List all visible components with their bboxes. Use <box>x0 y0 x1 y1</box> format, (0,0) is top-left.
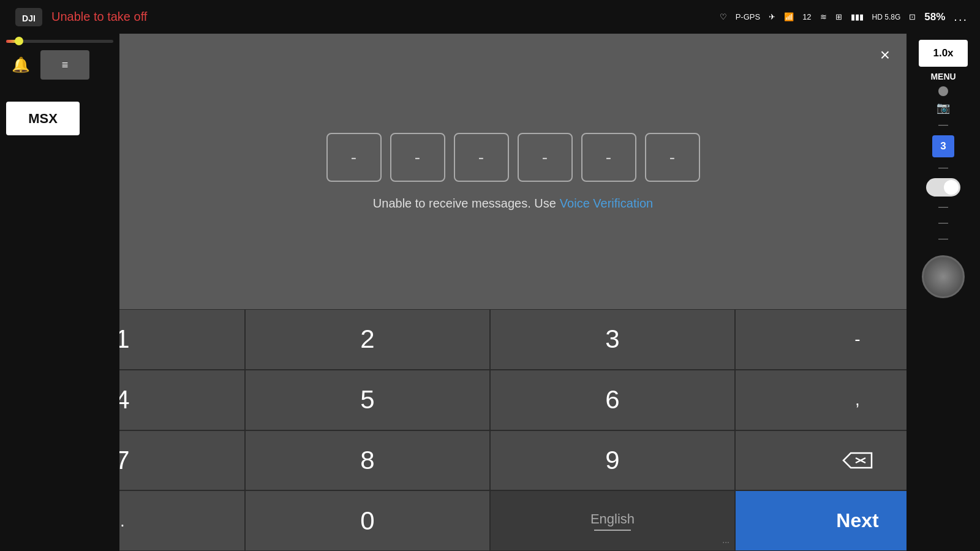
right-dash-5: — <box>938 233 948 244</box>
signal-count: 12 <box>802 12 811 21</box>
code-box-3[interactable]: - <box>454 133 509 182</box>
bars-icon: ▮▮▮ <box>851 12 864 21</box>
progress-bar-area <box>6 40 113 43</box>
key-8[interactable]: 8 <box>245 430 490 491</box>
wifi-icon: ≋ <box>820 12 827 21</box>
code-box-1[interactable]: - <box>326 133 382 182</box>
key-6[interactable]: 6 <box>490 370 735 430</box>
right-dash-4: — <box>938 217 948 228</box>
gps-label: P-GPS <box>736 12 760 21</box>
bell-button[interactable]: 🔔 <box>6 50 36 80</box>
key-0[interactable]: 0 <box>245 490 490 551</box>
key-9[interactable]: 9 <box>490 430 735 491</box>
speaker-icon: ≡ <box>62 59 69 72</box>
left-sidebar: 🔔 ≡ MSX <box>0 34 119 551</box>
camera-icon: 📷 <box>937 101 950 114</box>
verification-message: Unable to receive messages. Use Voice Ve… <box>373 197 653 211</box>
battery-percentage: 58% <box>924 11 945 23</box>
progress-track <box>6 40 113 43</box>
heart-icon: ♡ <box>720 12 727 21</box>
right-dash-3: — <box>938 201 948 212</box>
voice-verification-link[interactable]: Voice Verification <box>560 197 653 211</box>
signal-icon: 📶 <box>784 12 794 21</box>
code-box-2[interactable]: - <box>390 133 445 182</box>
english-label: English <box>590 511 635 527</box>
code-box-5[interactable]: - <box>581 133 636 182</box>
english-dots: ··· <box>722 537 729 547</box>
code-box-4[interactable]: - <box>518 133 573 182</box>
num-badge: 3 <box>932 135 954 157</box>
toggle-switch[interactable] <box>926 178 960 197</box>
english-underline <box>594 530 631 531</box>
svg-marker-2 <box>843 453 872 468</box>
numpad: 1 2 3 - ··· 4 5 6 , 7 8 9 . 0 English ··… <box>0 309 980 551</box>
message-prefix: Unable to receive messages. Use <box>373 197 556 211</box>
key-5[interactable]: 5 <box>245 370 490 430</box>
status-bar: DJI Unable to take off ♡ P-GPS ✈ 📶 12 ≋ … <box>0 0 980 34</box>
svg-text:DJI: DJI <box>22 13 36 23</box>
speaker-button[interactable]: ≡ <box>40 50 89 80</box>
dial-wheel[interactable] <box>922 255 965 298</box>
zoom-button[interactable]: 1.0x <box>919 40 968 67</box>
close-button[interactable]: × <box>873 43 897 67</box>
key-2[interactable]: 2 <box>245 309 490 370</box>
warning-text: Unable to take off <box>51 10 147 24</box>
right-dash-1: — <box>938 119 948 130</box>
right-sidebar: 1.0x MENU 📷 — 3 — — — — <box>907 34 980 551</box>
main-dialog: × - - - - - - Unable to receive messages… <box>119 34 907 309</box>
code-inputs: - - - - - - <box>326 133 700 182</box>
msx-button[interactable]: MSX <box>6 102 80 135</box>
code-box-6[interactable]: - <box>645 133 700 182</box>
status-icons: ♡ P-GPS ✈ 📶 12 ≋ ⊞ ▮▮▮ HD 5.8G ⊡ 58% ... <box>720 10 968 24</box>
progress-thumb <box>15 37 23 45</box>
key-3[interactable]: 3 <box>490 309 735 370</box>
camera-status-icon: ⊡ <box>909 12 916 21</box>
right-dash-2: — <box>938 162 948 173</box>
menu-label[interactable]: MENU <box>930 72 956 81</box>
plane-icon: ✈ <box>769 12 775 21</box>
circle-indicator <box>938 86 948 96</box>
key-english[interactable]: English ··· <box>490 490 735 551</box>
dji-logo: DJI <box>12 5 45 29</box>
hd-badge: HD 5.8G <box>872 13 901 21</box>
more-menu[interactable]: ... <box>954 10 968 24</box>
hub-icon: ⊞ <box>835 12 842 21</box>
